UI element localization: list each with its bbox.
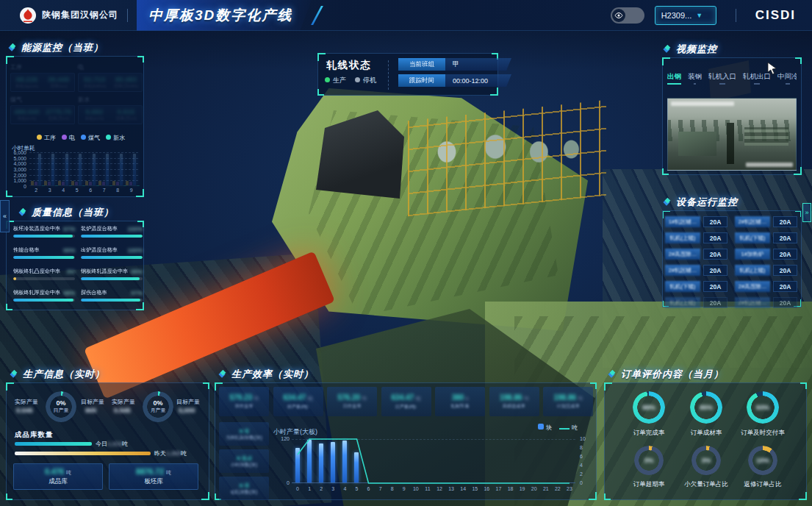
y-tick: 10	[580, 436, 586, 441]
efficiency-tile: 198.86 %计划完成率	[543, 387, 593, 416]
line-status-row: 当前班组 甲	[398, 58, 511, 71]
gauge-label: 订单完成率	[616, 429, 682, 438]
x-tick: 19	[520, 486, 525, 491]
flame-logo-icon	[19, 7, 37, 24]
actual-output-value: 0.045	[16, 407, 33, 414]
x-tick: 7	[379, 486, 382, 491]
efficiency-panel-title: 生产效率（实时）	[231, 368, 314, 381]
efficiency-tile: 634.47 吨班产量(吨)	[273, 387, 323, 416]
efficiency-tile: 579.23 %班作业率	[219, 387, 269, 416]
device-row: 轧机(上辊)20A 轧机(下辊)20A	[665, 232, 797, 243]
x-tick: 9	[403, 486, 406, 491]
efficiency-tile: 634.47 吨日产量(吨)	[381, 387, 431, 416]
header-bar: 陕钢集团汉钢公司 中厚板3D数字化产线 H2309... ▼ CISDI	[0, 0, 812, 31]
order-shortage-gauge: 3%	[691, 446, 721, 475]
x-tick: 0	[296, 486, 299, 491]
finished-goods-box: 0.476 吨 成品库	[13, 463, 103, 490]
quality-item: 装炉温度合格率100%	[81, 225, 143, 238]
company-name: 陕钢集团汉钢公司	[42, 9, 118, 21]
x-tick: 11	[425, 486, 430, 491]
order-rework-gauge: 10%	[748, 446, 777, 475]
x-tick: 20	[531, 486, 537, 491]
target-output-value: 5,000	[179, 407, 195, 414]
video-feed[interactable]	[667, 98, 797, 171]
inventory-bar-today	[15, 442, 92, 446]
device-select-dropdown[interactable]: H2309... ▼	[655, 6, 716, 25]
panel-diamond-icon	[18, 208, 27, 218]
target-output-label: 目标产量	[81, 398, 104, 406]
panel-diamond-icon	[662, 198, 672, 207]
device-select-value: H2309...	[661, 11, 692, 20]
right-panel-collapse-handle[interactable]: »	[802, 203, 811, 222]
x-tick: 15	[472, 486, 478, 491]
x-tick: 8	[116, 188, 119, 193]
panel-diamond-icon	[7, 43, 17, 53]
monthly-output-gauge: 0% 月产量	[143, 391, 173, 422]
panel-diamond-icon	[218, 370, 227, 380]
efficiency-tile: 380 s轧制节奏	[435, 387, 485, 416]
x-tick: 12	[436, 486, 442, 491]
x-tick: 16	[484, 486, 489, 491]
panel-diamond-icon	[662, 45, 672, 54]
x-tick: 13	[448, 486, 454, 491]
target-output-value: 900	[85, 407, 96, 414]
inventory-yesterday-text: 昨天1,293吨	[154, 449, 187, 457]
quality-item: 性能合格率99%	[13, 246, 75, 259]
line-series	[292, 439, 575, 483]
device-row: 1#轧区辅…20A 2#轧区辅…20A	[665, 216, 797, 227]
device-row: 轧机(下辊)20A 2#高压除…20A	[665, 281, 797, 292]
x-tick: 6	[367, 486, 370, 491]
device-row: 2#高压除…20A 1#加热炉20A	[665, 249, 797, 260]
video-tab-mill-entry[interactable]: 轧机入口	[708, 72, 736, 85]
orders-panel-title: 订单评价内容（当月）	[621, 368, 724, 381]
x-tick: 5	[356, 486, 359, 491]
x-tick: 22	[555, 486, 561, 491]
mouse-cursor	[767, 62, 777, 75]
order-completion-gauge: 98%	[633, 391, 665, 424]
x-tick: 3	[331, 486, 334, 491]
x-tick: 2	[320, 486, 323, 491]
devices-panel-title: 设备运行监控	[676, 196, 738, 209]
x-tick: 9	[130, 188, 133, 193]
order-ontime-gauge: 93%	[747, 391, 779, 424]
quality-item: 探伤合格率97%	[81, 289, 143, 302]
video-panel-title: 视频监控	[676, 43, 717, 56]
gauge-label: 返修订单占比	[730, 480, 796, 489]
efficiency-side-tile: ● 8.4小时块数(块)	[219, 449, 269, 473]
energy-panel-title: 能源监控（当班）	[21, 41, 104, 54]
efficiency-side-tile: ● 6当班轧制块数(块)	[219, 422, 269, 446]
y-tick: 4	[580, 463, 583, 468]
company-logo: 陕钢集团汉钢公司	[19, 7, 118, 24]
video-tab-midcool[interactable]: 中间冷	[777, 72, 797, 85]
y-tick: 6	[580, 454, 583, 459]
target-output-label: 目标产量	[176, 398, 200, 406]
eye-icon	[614, 11, 623, 20]
gauge-label: 订单及时交付率	[730, 429, 796, 438]
legend-item: 电	[62, 134, 75, 142]
x-tick: 23	[567, 486, 572, 491]
legend-item: 煤气	[81, 134, 100, 142]
y-tick: 120	[278, 436, 290, 441]
video-tab-zhuanggang[interactable]: 装钢	[688, 72, 702, 85]
hour-chart-plot	[292, 439, 575, 483]
line-status-legend: 生产 停机	[325, 76, 376, 85]
quality-item: 钢板终轧厚度命中率98%	[13, 289, 75, 302]
video-tab-chugang[interactable]: 出钢	[667, 72, 681, 85]
hour-chart-legend: 块 吨	[538, 424, 578, 432]
x-tick: 7	[103, 188, 106, 193]
visibility-toggle[interactable]	[611, 7, 644, 24]
daily-output-gauge: 0% 日产量	[46, 391, 76, 422]
x-tick: 4	[62, 188, 65, 193]
inventory-bar-yesterday	[15, 452, 151, 455]
x-tick: 1	[308, 486, 311, 491]
x-tick: 18	[508, 486, 514, 491]
video-timestamp-overlay	[671, 101, 734, 106]
dashboard: 陕钢集团汉钢公司 中厚板3D数字化产线 H2309... ▼ CISDI	[0, 0, 812, 506]
left-panel-collapse-handle[interactable]: «	[0, 200, 10, 232]
x-tick: 14	[460, 486, 466, 491]
chevron-down-icon: ▼	[696, 12, 703, 19]
quality-item: 板坯冷装温度命中率97%	[13, 225, 75, 238]
x-tick: 3	[48, 188, 51, 193]
line-status-title: 轧线状态	[326, 59, 372, 72]
x-tick: 6	[89, 188, 92, 193]
